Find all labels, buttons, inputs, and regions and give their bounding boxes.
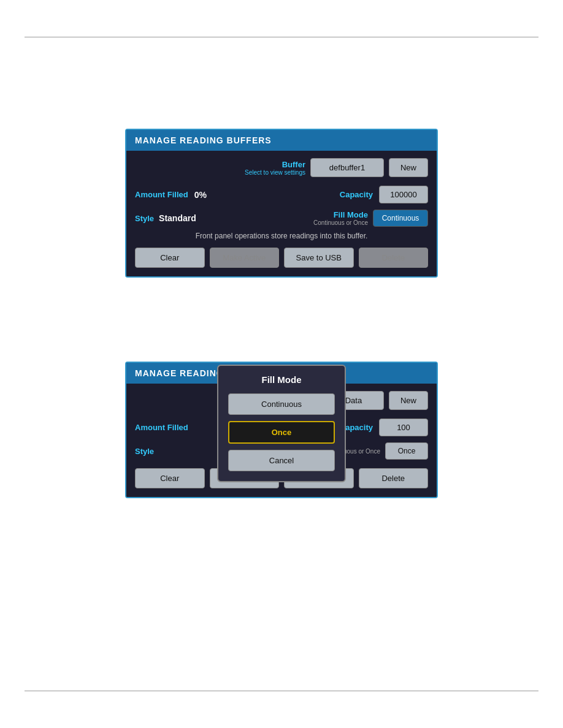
panel1-fillmode-group: Fill Mode Continuous or Once Continuous [313,210,428,227]
top-rule [25,37,538,37]
panel1-fillmode-btn[interactable]: Continuous [373,210,428,227]
panel1-sf-row: Style Standard Fill Mode Continuous or O… [135,210,428,227]
panel2-capacity-value-btn[interactable]: 100 [379,419,428,436]
panel1-buffer-row: Buffer Select to view settings defbuffer… [135,158,428,177]
panel1-info-text: Front panel operations store readings in… [135,232,428,240]
panel1-buffer-label: Buffer [282,160,305,169]
panel1-wrapper: MANAGE READING BUFFERS Buffer Select to … [125,129,438,278]
panel1-delete-btn: Delete [359,248,429,268]
panel1-body: Buffer Select to view settings defbuffer… [126,151,437,276]
panel1-amount-label: Amount Filled [135,190,188,199]
panel2-style-group: Style [135,447,154,456]
panel1: MANAGE READING BUFFERS Buffer Select to … [125,129,438,278]
modal-cancel-btn[interactable]: Cancel [228,450,335,471]
panel1-capacity-value-btn[interactable]: 100000 [379,186,428,203]
panel1-style-value: Standard [159,213,196,223]
panel2-clear-btn[interactable]: Clear [135,468,205,488]
panel1-style-group: Style Standard [135,213,196,223]
panel1-buffer-value-btn[interactable]: defbuffer1 [310,158,384,177]
panel1-fillmode-sub: Continuous or Once [313,219,368,226]
panel2-body: Buffer Select to view settings testData … [126,384,437,497]
panel2-fillmode-btn[interactable]: Once [385,442,428,460]
panel1-title: MANAGE READING BUFFERS [135,135,272,145]
panel1-header: MANAGE READING BUFFERS [126,130,437,151]
panel2-wrapper: MANAGE READING BUFFERS Buffer Select to … [125,362,438,498]
panel2-amount-label: Amount Filled [135,423,188,432]
panel1-capacity-label: Capacity [340,190,373,199]
panel2-delete-btn[interactable]: Delete [359,468,429,488]
panel1-amount-value: 0% [194,190,207,200]
panel2-amount-group: Amount Filled [135,423,188,432]
panel1-new-btn[interactable]: New [389,158,428,177]
panel1-style-label: Style [135,214,154,223]
panel1-clear-btn[interactable]: Clear [135,248,205,268]
panel1-fillmode-label: Fill Mode [334,210,368,219]
panel2-style-label: Style [135,447,154,456]
panel1-buffer-sublabel: Select to view settings [245,169,305,176]
panel1-ac-row: Amount Filled 0% Capacity 100000 [135,186,428,203]
bottom-rule [25,691,538,691]
fill-mode-modal: Fill Mode Continuous Once Cancel [217,365,346,482]
panel1-bottom-row: Clear Make Active Save to USB Delete [135,248,428,268]
panel2-capacity-group: Capacity 100 [340,419,428,436]
panel1-make-active-btn: Make Active [210,248,280,268]
modal-title: Fill Mode [262,374,302,385]
panel1-buffer-label-group: Buffer Select to view settings [245,160,305,176]
panel2-new-btn[interactable]: New [389,391,428,410]
panel1-amount-group: Amount Filled 0% [135,190,207,200]
modal-continuous-btn[interactable]: Continuous [228,393,335,415]
panel1-fillmode-label-group: Fill Mode Continuous or Once [313,210,368,226]
panel1-capacity-group: Capacity 100000 [340,186,428,203]
panel1-save-usb-btn[interactable]: Save to USB [284,248,354,268]
modal-once-btn[interactable]: Once [228,421,335,444]
modal-box: Fill Mode Continuous Once Cancel [217,365,346,482]
panel2: MANAGE READING BUFFERS Buffer Select to … [125,362,438,498]
